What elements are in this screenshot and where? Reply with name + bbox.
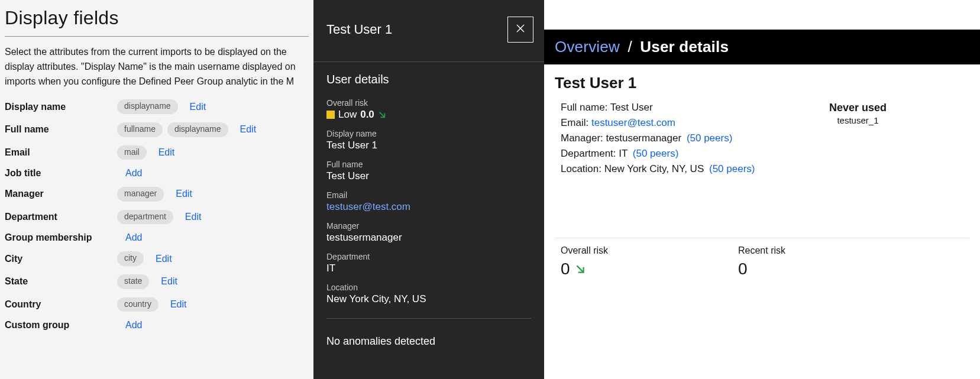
- risk-value: 0.0: [360, 109, 374, 121]
- location-peers-link[interactable]: (50 peers): [709, 163, 755, 174]
- field-tags: country: [117, 297, 159, 312]
- location-value: New York City, NY, US: [604, 163, 704, 174]
- edit-link[interactable]: Edit: [185, 212, 202, 222]
- breadcrumb-overview-link[interactable]: Overview: [555, 38, 620, 56]
- recent-risk-label: Recent risk: [738, 245, 785, 256]
- breadcrumb-current: User details: [640, 38, 729, 56]
- field-row: ManagermanagerEdit: [5, 187, 309, 202]
- email-link[interactable]: testuser@test.com: [591, 117, 675, 128]
- detail-item: LocationNew York City, NY, US: [326, 283, 531, 305]
- attribute-tag[interactable]: manager: [117, 187, 164, 202]
- edit-link[interactable]: Edit: [156, 254, 172, 264]
- trend-down-icon: [575, 264, 586, 274]
- breadcrumb-separator: /: [628, 38, 632, 56]
- field-tags: fullnamedisplayname: [117, 122, 228, 137]
- field-label: Email: [5, 147, 117, 158]
- attribute-tag[interactable]: displayname: [167, 122, 228, 137]
- field-row: Display namedisplaynameEdit: [5, 99, 309, 114]
- field-label: City: [5, 254, 117, 264]
- detail-value: IT: [326, 263, 531, 274]
- section-title: User details: [326, 73, 531, 86]
- field-label: Display name: [5, 102, 117, 112]
- fullname-label: Full name:: [561, 102, 607, 113]
- department-label: Department:: [561, 148, 616, 159]
- user-title: Test User 1: [555, 74, 969, 92]
- field-row: Group membershipAdd: [5, 232, 309, 243]
- field-tags: displayname: [117, 99, 178, 114]
- edit-link[interactable]: Edit: [176, 189, 192, 199]
- detail-label: Email: [326, 190, 531, 200]
- manager-label: Manager:: [561, 132, 603, 144]
- edit-link[interactable]: Edit: [240, 124, 257, 135]
- overall-risk-value: 0: [561, 260, 570, 278]
- attribute-tag[interactable]: displayname: [117, 99, 178, 114]
- detail-label: Department: [326, 252, 531, 261]
- field-row: CitycityEdit: [5, 251, 309, 266]
- attribute-tag[interactable]: state: [117, 274, 149, 289]
- field-label: Job title: [5, 168, 117, 179]
- field-row: EmailmailEdit: [5, 145, 309, 160]
- field-tags: manager: [117, 187, 164, 202]
- field-row: CountrycountryEdit: [5, 297, 309, 312]
- edit-link[interactable]: Edit: [159, 147, 175, 158]
- attribute-tag[interactable]: fullname: [117, 122, 163, 137]
- add-link[interactable]: Add: [125, 232, 142, 243]
- detail-list: Display nameTest User 1Full nameTest Use…: [326, 129, 531, 305]
- detail-value-link[interactable]: testuser@test.com: [326, 201, 531, 213]
- detail-label: Manager: [326, 221, 531, 231]
- attribute-tag[interactable]: city: [117, 251, 144, 266]
- field-label: Group membership: [5, 232, 117, 243]
- user-overview-panel: Overview / User details Test User 1 Full…: [544, 0, 980, 379]
- recent-risk-value: 0: [738, 260, 748, 278]
- anomalies-message: No anomalies detected: [326, 335, 531, 359]
- page-title: Display fields: [5, 7, 309, 29]
- manager-value: testusermanager: [606, 132, 682, 144]
- close-icon: [516, 24, 525, 35]
- manager-peers-link[interactable]: (50 peers): [687, 132, 732, 144]
- never-used-label: Never used: [829, 102, 887, 114]
- field-tags: mail: [117, 145, 147, 160]
- field-label: Custom group: [5, 320, 117, 331]
- edit-link[interactable]: Edit: [161, 276, 177, 287]
- detail-item: Managertestusermanager: [326, 221, 531, 244]
- close-button[interactable]: [507, 17, 533, 43]
- field-row: StatestateEdit: [5, 274, 309, 289]
- attribute-tag[interactable]: country: [117, 297, 159, 312]
- user-details-drawer: Test User 1 User details Overall risk Lo…: [313, 0, 544, 379]
- display-fields-panel: Display fields Select the attributes fro…: [0, 0, 313, 379]
- overall-risk-block: Overall risk 0: [561, 245, 608, 278]
- fullname-value: Test User: [610, 102, 653, 113]
- detail-item: Emailtestuser@test.com: [326, 190, 531, 213]
- edit-link[interactable]: Edit: [170, 299, 187, 310]
- attribute-tag[interactable]: department: [117, 210, 173, 225]
- edit-link[interactable]: Edit: [190, 102, 206, 112]
- department-peers-link[interactable]: (50 peers): [633, 148, 678, 159]
- detail-item: Full nameTest User: [326, 160, 531, 182]
- detail-item: DepartmentIT: [326, 252, 531, 274]
- detail-value: Test User 1: [326, 140, 531, 151]
- location-label: Location:: [561, 163, 601, 174]
- field-label: Department: [5, 212, 117, 222]
- add-link[interactable]: Add: [125, 320, 142, 331]
- department-value: IT: [619, 148, 628, 159]
- risk-level: Low: [338, 109, 357, 121]
- overall-risk-label: Overall risk: [561, 245, 608, 256]
- detail-value: Test User: [326, 170, 531, 182]
- attribute-tag[interactable]: mail: [117, 145, 147, 160]
- display-fields-description: Select the attributes from the current i…: [5, 45, 309, 89]
- field-row: Full namefullnamedisplaynameEdit: [5, 122, 309, 137]
- detail-value: testusermanager: [326, 232, 531, 244]
- add-link[interactable]: Add: [125, 168, 142, 179]
- detail-label: Display name: [326, 129, 531, 138]
- field-row: Job titleAdd: [5, 168, 309, 179]
- detail-item: Display nameTest User 1: [326, 129, 531, 151]
- user-info-block: Full name: Test User Email: testuser@tes…: [555, 102, 755, 179]
- field-label: Manager: [5, 189, 117, 199]
- field-row: Custom groupAdd: [5, 320, 309, 331]
- drawer-title: Test User 1: [326, 22, 392, 37]
- field-label: Full name: [5, 124, 117, 135]
- field-rows-container: Display namedisplaynameEditFull namefull…: [5, 99, 309, 331]
- overall-risk-block: Overall risk Low 0.0: [326, 98, 531, 121]
- field-tags: state: [117, 274, 149, 289]
- risk-indicator-icon: [326, 111, 335, 119]
